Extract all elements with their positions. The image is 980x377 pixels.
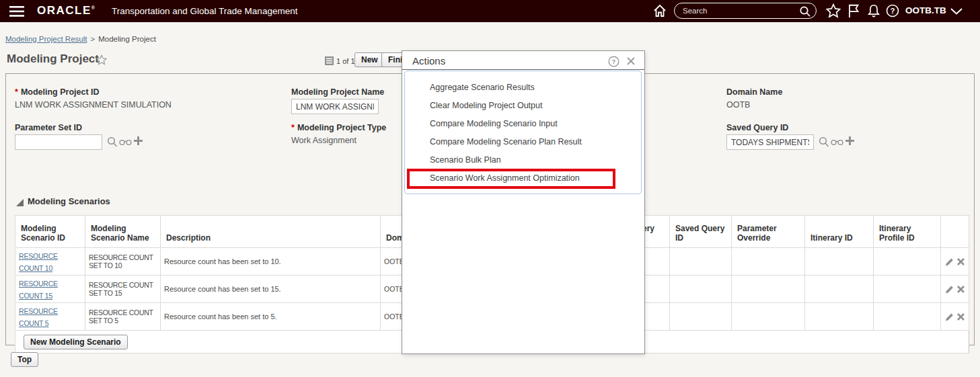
- user-menu[interactable]: OOTB.TB: [905, 5, 946, 15]
- chevron-down-icon[interactable]: [950, 7, 963, 15]
- oracle-logo: ORACLE®: [37, 4, 95, 17]
- delete-x-icon[interactable]: [956, 312, 965, 321]
- svg-text:?: ?: [612, 58, 616, 65]
- parameter-set-saved-query-glasses-icon[interactable]: [119, 138, 132, 146]
- modeling-project-name-label: Modeling Project Name: [291, 87, 384, 97]
- top-button[interactable]: Top: [11, 352, 38, 367]
- delete-x-icon[interactable]: [956, 257, 965, 266]
- record-count: 1 of 1: [336, 57, 355, 65]
- breadcrumb-link-modeling-project-result[interactable]: Modeling Project Result: [5, 35, 87, 43]
- modeling-project-type-value: Work Assignment: [291, 136, 356, 145]
- app-title: Transportation and Global Trade Manageme…: [112, 6, 297, 16]
- saved-query-new-plus-icon[interactable]: [845, 136, 854, 145]
- favorites-star-icon[interactable]: [826, 3, 841, 18]
- page-title: Modeling Project: [7, 52, 99, 66]
- col-saved-query-id: Saved Query ID: [670, 216, 732, 248]
- breadcrumb-current: Modeling Project: [98, 35, 156, 43]
- registered-mark: ®: [91, 5, 95, 10]
- menu-item-aggregate-scenario-results[interactable]: Aggregate Scenario Results: [405, 79, 641, 97]
- edit-pencil-icon[interactable]: [944, 312, 954, 322]
- saved-query-glasses-icon[interactable]: [831, 138, 843, 146]
- edit-pencil-icon[interactable]: [944, 285, 954, 294]
- domain-name-value: OOTB: [726, 100, 750, 110]
- search-icon[interactable]: [799, 5, 811, 17]
- required-marker: *: [15, 87, 18, 97]
- menu-item-compare-modeling-scenario-input[interactable]: Compare Modeling Scenario Input: [405, 115, 641, 133]
- col-parameter-override: Parameter Override: [732, 216, 805, 248]
- parameter-set-id-label: Parameter Set ID: [15, 123, 82, 132]
- saved-query-id-input[interactable]: [726, 134, 814, 150]
- col-itinerary-id: Itinerary ID: [805, 216, 874, 248]
- global-header: ORACLE® Transportation and Global Trade …: [0, 0, 980, 22]
- svg-text:?: ?: [891, 7, 895, 15]
- parameter-set-new-plus-icon[interactable]: [134, 136, 143, 145]
- help-icon[interactable]: ?: [885, 3, 900, 18]
- col-actions: [941, 216, 969, 248]
- popup-help-icon[interactable]: ?: [608, 56, 619, 67]
- delete-x-icon[interactable]: [956, 285, 965, 294]
- modeling-project-id-value: LNM WORK ASSIGNMENT SIMULATION: [15, 100, 172, 110]
- menu-item-clear-modeling-project-output[interactable]: Clear Modeling Project Output: [405, 97, 641, 115]
- modeling-project-type-label: *Modeling Project Type: [291, 123, 386, 132]
- hamburger-menu-icon[interactable]: [9, 6, 24, 17]
- col-modeling-scenario-id: Modeling Scenario ID: [15, 216, 85, 248]
- search-input[interactable]: [681, 4, 796, 17]
- actions-popup-titlebar: Actions ?: [402, 51, 644, 70]
- required-marker: *: [291, 123, 295, 132]
- modeling-project-id-label: *Modeling Project ID: [15, 87, 100, 97]
- menu-item-scenario-bulk-plan[interactable]: Scenario Bulk Plan: [405, 151, 641, 169]
- saved-query-search-icon[interactable]: [819, 136, 829, 148]
- scenario-name-cell: RESOURCE COUNT SET TO 15: [85, 276, 161, 303]
- highlight-box: [407, 169, 615, 189]
- new-modeling-scenario-button[interactable]: New Modeling Scenario: [24, 335, 128, 349]
- scenario-description-cell: Resource count has been set to 10.: [161, 248, 381, 276]
- application-window: ORACLE® Transportation and Global Trade …: [0, 0, 980, 377]
- actions-popup-title: Actions: [412, 55, 445, 67]
- breadcrumb: Modeling Project Result>Modeling Project: [5, 35, 156, 43]
- scenario-description-cell: Resource count has been set to 15.: [161, 276, 381, 303]
- menu-item-compare-modeling-scenario-plan-result[interactable]: Compare Modeling Scenario Plan Result: [405, 133, 641, 151]
- scenario-id-link[interactable]: RESOURCE COUNT 5: [19, 307, 58, 327]
- modeling-scenarios-section-title: Modeling Scenarios: [28, 196, 110, 206]
- global-search: [674, 3, 817, 19]
- saved-query-id-label: Saved Query ID: [726, 123, 788, 132]
- popup-close-icon[interactable]: [626, 56, 636, 66]
- domain-name-label: Domain Name: [726, 87, 782, 97]
- scenario-id-link[interactable]: RESOURCE COUNT 15: [19, 280, 58, 300]
- home-icon[interactable]: [652, 3, 667, 18]
- parameter-set-search-icon[interactable]: [107, 136, 118, 148]
- actions-popup: Actions ? Aggregate Scenario Results Cle…: [402, 50, 645, 354]
- new-button[interactable]: New: [354, 52, 385, 67]
- flag-icon[interactable]: [846, 3, 861, 18]
- record-list-icon[interactable]: [325, 56, 334, 65]
- modeling-project-name-input[interactable]: [291, 99, 379, 114]
- col-itinerary-profile-id: Itinerary Profile ID: [874, 216, 941, 248]
- notifications-bell-icon[interactable]: [866, 3, 881, 18]
- section-collapse-icon[interactable]: [16, 199, 24, 206]
- col-modeling-scenario-name: Modeling Scenario Name: [85, 216, 161, 248]
- scenario-name-cell: RESOURCE COUNT SET TO 10: [85, 248, 161, 276]
- scenario-name-cell: RESOURCE COUNT SET TO 5: [85, 303, 161, 331]
- scenario-id-link[interactable]: RESOURCE COUNT 10: [19, 252, 58, 272]
- breadcrumb-separator: >: [90, 35, 95, 43]
- parameter-set-id-input[interactable]: [15, 134, 102, 150]
- col-description: Description: [161, 216, 381, 248]
- scenario-description-cell: Resource count has been set to 5.: [161, 303, 381, 331]
- favorite-page-star-icon[interactable]: [96, 54, 107, 65]
- edit-pencil-icon[interactable]: [944, 257, 954, 267]
